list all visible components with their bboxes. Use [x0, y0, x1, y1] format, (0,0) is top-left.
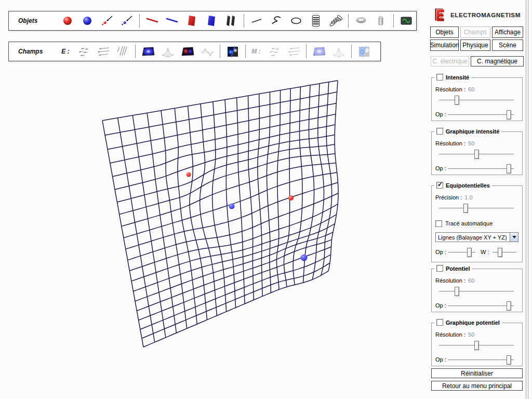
param-slider-potentiel	[439, 287, 514, 296]
sidebar: ELECTROMAGNETISM ObjetsChampsAffichageSi…	[430, 0, 525, 399]
nav-button-simulation[interactable]: Simulation	[430, 39, 459, 51]
tool-mesh-peak-icon[interactable]	[158, 44, 178, 59]
param-slider-equipotentielles-track[interactable]	[439, 208, 514, 209]
panel-graphique-intensit--checkbox[interactable]	[436, 128, 443, 135]
param-slider-intensit-	[439, 96, 514, 105]
param-slider-intensit--thumb[interactable]	[455, 96, 459, 105]
param-slider-equipotentielles-thumb[interactable]	[463, 204, 468, 213]
tool-mesh-wave-icon[interactable]	[197, 44, 217, 59]
panel-intensit--checkbox[interactable]	[436, 74, 443, 81]
param-label-row: Résolution :50	[435, 140, 518, 148]
charge-blue[interactable]	[229, 204, 235, 209]
param-label-row: Résolution :50	[435, 331, 518, 339]
tool-plane-glow-blue-icon[interactable]	[138, 44, 158, 59]
tab-electric-field[interactable]: C. électrique	[431, 56, 469, 66]
tool-vectors-field-icon[interactable]	[73, 44, 93, 59]
tool-solenoid-icon[interactable]	[306, 13, 326, 29]
param-slider-potentiel-track[interactable]	[439, 291, 514, 292]
nav-button-objets[interactable]: Objets	[430, 26, 459, 38]
reset-button[interactable]: Réinitialiser	[431, 368, 523, 378]
tool-split-light-icon[interactable]	[354, 44, 374, 59]
panel-intensit-: IntensitéRésolution :60Op :	[431, 77, 523, 121]
toolbar-group-label: E :	[58, 48, 73, 55]
op-slider-potentiel	[448, 301, 514, 311]
op-label: Op :	[435, 356, 446, 363]
w-slider-equipotentielles-thumb[interactable]	[498, 248, 502, 257]
op-label: Op :	[435, 111, 446, 117]
tool-charge-arrow-red-icon[interactable]	[97, 13, 117, 29]
dropdown-arrow-button[interactable]	[510, 233, 518, 242]
nav-button-affichage[interactable]: Affichage	[492, 26, 523, 38]
op-slider-graphique-intensit--track[interactable]	[448, 168, 514, 169]
toolbar-fields-items: E :M :	[58, 44, 374, 59]
panel-equipotentielles-title: Equipotentielles	[446, 182, 490, 189]
toolbar-divider	[135, 45, 136, 58]
nav-button-physique[interactable]: Physique	[460, 39, 490, 51]
tool-wire-straight-icon[interactable]	[247, 13, 267, 29]
panel-potentiel-legend: Potentiel	[434, 265, 472, 272]
tool-lines-thin-icon[interactable]	[113, 44, 132, 59]
tool-mesh-peak-light-icon[interactable]	[329, 44, 349, 59]
tool-ring-metal-icon[interactable]	[351, 13, 371, 29]
tool-line-red-icon[interactable]	[142, 13, 162, 29]
brand-header: ELECTROMAGNETISM	[433, 6, 523, 24]
tool-wire-curved-icon[interactable]	[267, 13, 286, 29]
tool-plane-red-icon[interactable]	[182, 13, 202, 29]
tab-magnetic-field[interactable]: C. magnétique	[471, 56, 524, 66]
chevron-down-icon	[512, 236, 516, 238]
tool-field-lines-icon[interactable]	[93, 44, 113, 59]
op-slider-intensit--track[interactable]	[448, 114, 514, 115]
tool-solenoid-curved-icon[interactable]	[326, 13, 345, 29]
param-slider-potentiel-thumb[interactable]	[455, 287, 459, 296]
tool-plane-blue-icon[interactable]	[202, 13, 221, 29]
param-slider-graphique-intensit--thumb[interactable]	[474, 150, 479, 159]
op-slider-intensit-	[448, 110, 514, 119]
charge-blue[interactable]	[301, 255, 308, 261]
nav-button-grid: ObjetsChampsAffichageSimulationPhysiqueS…	[430, 26, 523, 51]
op-slider-graphique-potentiel-thumb[interactable]	[507, 355, 511, 365]
auto-trace-checkbox[interactable]	[435, 220, 442, 227]
w-slider-equipotentielles-track[interactable]	[493, 252, 516, 253]
field-type-tabs: C. électrique C. magnétique	[431, 56, 524, 66]
equipotential-mode-dropdown[interactable]: Lignes (Balayage XY + YZ)	[435, 232, 518, 242]
param-label: Précision :	[435, 194, 462, 202]
tool-charge-arrow-blue-icon[interactable]	[117, 13, 137, 29]
panel-potentiel-checkbox[interactable]	[436, 265, 443, 272]
param-slider-graphique-intensit-	[439, 150, 514, 159]
param-slider-intensit--track[interactable]	[439, 100, 514, 101]
tool-sphere-blue-icon[interactable]	[77, 13, 97, 29]
param-slider-graphique-potentiel-thumb[interactable]	[474, 341, 479, 350]
panel-graphique-potentiel-checkbox[interactable]	[436, 319, 443, 326]
tool-field-lines-gray-icon[interactable]	[284, 44, 303, 59]
op-slider-graphique-intensit--thumb[interactable]	[507, 164, 511, 174]
charge-red[interactable]	[288, 195, 294, 201]
w-label: W :	[481, 249, 489, 255]
equipotential-mesh	[102, 81, 338, 347]
tool-sphere-red-icon[interactable]	[58, 13, 77, 29]
panel-equipotentielles-checkbox[interactable]: ✓	[436, 182, 443, 189]
nav-button-sc-ne[interactable]: Scène	[492, 39, 523, 51]
tool-split-blue-dark-icon[interactable]	[223, 44, 243, 59]
tool-signal-source-icon[interactable]	[396, 13, 416, 29]
tool-plane-glow-redblue-icon[interactable]	[178, 44, 197, 59]
param-value: 50	[468, 331, 474, 339]
op-slider-graphique-potentiel-track[interactable]	[448, 360, 514, 361]
tool-wire-loop-icon[interactable]	[286, 13, 306, 29]
tool-vectors-field-gray-icon[interactable]	[264, 44, 284, 59]
back-to-menu-button[interactable]: Retour au menu principal	[431, 381, 523, 391]
app-logo-icon	[433, 7, 446, 23]
tool-cylinder-metal-icon[interactable]	[371, 13, 391, 29]
param-label-row: Résolution :60	[435, 86, 518, 94]
op-slider-equipotentielles-thumb[interactable]	[467, 248, 472, 257]
tool-line-blue-icon[interactable]	[162, 13, 182, 29]
charge-red[interactable]	[187, 172, 191, 177]
auto-trace-row: Tracé automatique	[435, 220, 518, 227]
toolbar-divider	[306, 45, 307, 58]
tool-planes-capacitor-icon[interactable]	[221, 13, 241, 29]
op-slider-potentiel-thumb[interactable]	[507, 301, 511, 311]
op-slider-potentiel-track[interactable]	[448, 305, 514, 307]
op-slider-intensit--thumb[interactable]	[507, 110, 511, 119]
nav-button-champs[interactable]: Champs	[460, 26, 490, 38]
dropdown-selected-value: Lignes (Balayage XY + YZ)	[436, 234, 510, 241]
tool-plane-glow-lightblue-icon[interactable]	[309, 44, 329, 59]
